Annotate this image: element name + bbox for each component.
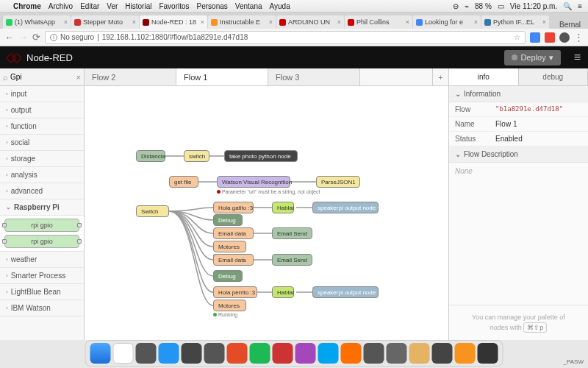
app-name[interactable]: Chrome: [13, 2, 41, 10]
flow-tab-active[interactable]: Flow 1: [176, 68, 268, 85]
flow-tab[interactable]: Flow 2: [85, 68, 176, 85]
menu-item[interactable]: Personas: [197, 2, 228, 10]
palette-category-analysis[interactable]: ›analysis: [0, 167, 84, 183]
flow-tab[interactable]: Flow 3: [268, 68, 360, 85]
flow-canvas[interactable]: Distancia switch take photo python node …: [85, 86, 448, 340]
flow-node-email-send[interactable]: Email Send: [272, 227, 312, 239]
flow-node-hola-gatito[interactable]: Hola gatito :3: [213, 202, 254, 213]
palette-category-watson[interactable]: ›IBM Watson: [0, 300, 84, 316]
add-flow-button[interactable]: +: [432, 68, 448, 85]
palette-node-rpi-gpio-in[interactable]: rpi gpio: [4, 219, 79, 232]
flow-node-parsejson[interactable]: ParseJSON1: [316, 176, 360, 188]
palette-category-input[interactable]: ›input: [0, 86, 84, 102]
flow-node-motores[interactable]: Motores: [213, 241, 246, 252]
palette-search-input[interactable]: [10, 73, 62, 81]
hamburger-icon[interactable]: ≡: [574, 51, 581, 64]
extension-icon[interactable]: [559, 32, 570, 43]
palette-category-smarter[interactable]: ›Smarter Process: [0, 268, 84, 284]
browser-tab[interactable]: ARDUINO UN×: [276, 15, 344, 29]
sidebar-tab-debug[interactable]: debug: [519, 68, 589, 85]
browser-tab[interactable]: Phil Collins×: [345, 15, 412, 29]
dock-app[interactable]: [227, 343, 248, 364]
flow-node-email-send2[interactable]: Email Send: [272, 254, 312, 266]
flow-node-email-data2[interactable]: Email data: [213, 254, 254, 266]
notifications-icon[interactable]: ≡: [578, 2, 582, 10]
extension-icon[interactable]: [545, 32, 555, 43]
dock-app[interactable]: [182, 343, 202, 364]
clear-search-icon[interactable]: ×: [76, 73, 81, 82]
palette-category-advanced[interactable]: ›advanced: [0, 183, 84, 199]
palette-node-rpi-gpio-out[interactable]: rpi gpio: [4, 235, 79, 248]
dock-app[interactable]: [364, 343, 384, 364]
menu-item[interactable]: Editar: [80, 2, 99, 10]
dock-app-appstore[interactable]: [159, 343, 179, 364]
dock-app-spotify[interactable]: [250, 343, 270, 364]
browser-tab-active[interactable]: Node-RED : 18×: [140, 15, 207, 29]
site-info-icon[interactable]: i: [50, 34, 57, 41]
menu-item[interactable]: Archivo: [49, 2, 73, 10]
flow-node-debug2[interactable]: Debug: [213, 270, 243, 282]
dock-app[interactable]: [455, 343, 476, 364]
dock-app-calendar[interactable]: [113, 343, 134, 364]
deploy-button[interactable]: Deploy ▾: [504, 50, 560, 66]
flow-node-hola-perrito[interactable]: Hola perrito :3: [213, 286, 257, 298]
palette-category-storage[interactable]: ›storage: [0, 151, 84, 167]
bookmark-icon[interactable]: ☆: [514, 33, 520, 41]
dock-app[interactable]: [341, 343, 362, 364]
dock-app[interactable]: [478, 343, 498, 364]
browser-tab[interactable]: Looking for e×: [413, 15, 481, 29]
spotlight-icon[interactable]: 🔍: [563, 2, 572, 10]
browser-tab[interactable]: Python IF...EL×: [481, 15, 549, 29]
dock-app[interactable]: [432, 343, 453, 364]
menu-item[interactable]: Ventana: [235, 2, 262, 10]
menu-item[interactable]: Ver: [107, 2, 118, 10]
palette-category-weather[interactable]: ›weather: [0, 252, 84, 268]
flow-node-debug[interactable]: Debug: [213, 214, 243, 226]
sidebar-tab-info[interactable]: info: [449, 68, 519, 85]
dock-app[interactable]: [136, 343, 157, 364]
dock-app[interactable]: [204, 343, 225, 364]
dock-app[interactable]: [409, 343, 430, 364]
browser-tab[interactable]: (1) WhatsApp×: [3, 15, 71, 29]
menu-item[interactable]: Ayuda: [270, 2, 290, 10]
dock-app[interactable]: [318, 343, 339, 364]
flow-node-speaker2[interactable]: speakerpi output node: [312, 286, 379, 298]
palette-category-social[interactable]: ›social: [0, 135, 84, 151]
sidebar-section-description[interactable]: ⌄Flow Description: [449, 146, 588, 163]
chevron-down-icon[interactable]: ▾: [549, 53, 553, 63]
flow-node-speaker[interactable]: speakerpi output node: [312, 202, 379, 213]
palette-category-lightblue[interactable]: ›LightBlue Bean: [0, 284, 84, 300]
flow-node-email-data[interactable]: Email data: [213, 227, 254, 239]
address-bar[interactable]: i No seguro | 192.168.1.102:1880/#flow/b…: [45, 31, 526, 44]
dock-app-finder[interactable]: [90, 343, 111, 364]
flow-node-switch[interactable]: switch: [184, 150, 209, 162]
chrome-profile[interactable]: Bernal: [555, 21, 585, 29]
bluetooth-icon[interactable]: ⌁: [465, 2, 469, 10]
sidebar-section-information[interactable]: ⌄Information: [449, 86, 588, 102]
palette-category-raspberrypi[interactable]: ⌄Raspberry Pi: [0, 199, 84, 216]
flow-node-get-file[interactable]: get file: [169, 176, 198, 188]
clock[interactable]: Vie 11:20 p.m.: [510, 2, 557, 10]
back-button[interactable]: ←: [4, 32, 14, 43]
flow-node-take-photo[interactable]: take photo python node: [224, 150, 298, 162]
chrome-menu-icon[interactable]: ⋮: [574, 32, 584, 43]
browser-tab[interactable]: Instructable E×: [208, 15, 276, 29]
reload-button[interactable]: ⟳: [32, 32, 40, 43]
browser-tab[interactable]: Stepper Moto×: [71, 15, 139, 29]
dock-app-onenote[interactable]: [295, 343, 316, 364]
flow-node-watson[interactable]: Watson Visual Recognition: [217, 176, 290, 188]
flow-node-hablar[interactable]: Hablar: [272, 202, 294, 213]
palette-category-function[interactable]: ›function: [0, 118, 84, 135]
forward-button[interactable]: →: [18, 32, 28, 43]
wifi-icon[interactable]: ⊖: [453, 2, 459, 10]
menu-item[interactable]: Historial: [125, 2, 151, 10]
menu-item[interactable]: Favoritos: [159, 2, 189, 10]
flow-node-motores2[interactable]: Motores: [213, 300, 246, 311]
dock-app[interactable]: [273, 343, 293, 364]
flow-node-hablar2[interactable]: Hablar: [272, 286, 294, 298]
flow-node-switch2[interactable]: Switch: [136, 205, 169, 217]
palette-category-output[interactable]: ›output: [0, 102, 84, 118]
flow-node-distancia[interactable]: Distancia: [136, 150, 165, 162]
dock-app[interactable]: [387, 343, 407, 364]
extension-icon[interactable]: [530, 32, 540, 43]
